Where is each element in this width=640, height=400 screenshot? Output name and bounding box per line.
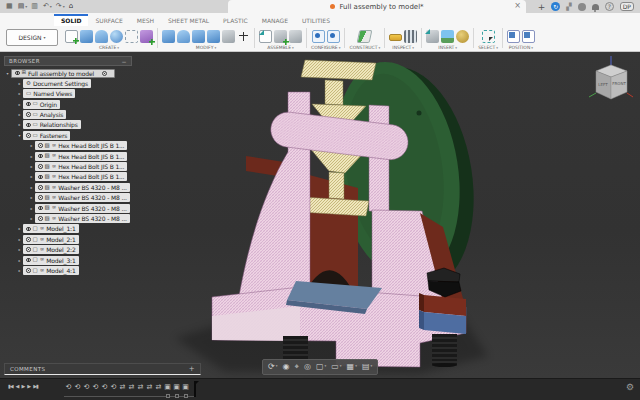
visibility-eye-icon[interactable]: [26, 237, 31, 242]
select-icon[interactable]: [482, 30, 495, 43]
rigid-group-icon[interactable]: ▣: [181, 381, 190, 394]
expand-arrow-icon[interactable]: ▸: [16, 226, 23, 231]
browser-item-model[interactable]: ▸ ▢ ∞ Model_4:1: [16, 265, 164, 275]
save-icon[interactable]: ▥: [31, 3, 39, 10]
view-cube[interactable]: LEFT FRONT: [586, 54, 634, 106]
tab-utilities[interactable]: UTILITIES: [295, 15, 337, 26]
expand-arrow-icon[interactable]: ▾: [4, 71, 11, 76]
expand-arrow-icon[interactable]: ▸: [16, 102, 23, 107]
expand-arrow-icon[interactable]: ▸: [28, 195, 35, 200]
group-marker[interactable]: [184, 394, 188, 398]
look-at-icon[interactable]: ◉: [282, 363, 289, 371]
step-forward-icon[interactable]: ▶: [27, 383, 30, 389]
browser-header[interactable]: BROWSER −: [4, 56, 132, 66]
fillet-icon[interactable]: [177, 30, 190, 43]
configuration-icon[interactable]: [312, 30, 325, 43]
browser-item-named-views[interactable]: ▸ ▭ Named Views: [16, 89, 164, 99]
orbit-icon[interactable]: ⟳▾: [268, 363, 277, 371]
visibility-eye-icon[interactable]: [38, 195, 43, 200]
expand-arrow-icon[interactable]: ▸: [28, 143, 35, 148]
browser-item-bolt[interactable]: ▸ ▧ ∞ Hex Head Bolt JIS B 1...: [28, 162, 164, 172]
browser-item-analysis[interactable]: ▸ ▭ Analysis: [16, 110, 164, 120]
go-to-end-icon[interactable]: ▶▮: [33, 383, 38, 389]
redo-icon[interactable]: ↷▾: [56, 3, 65, 10]
expand-arrow-icon[interactable]: ▸: [16, 268, 23, 273]
canvas-icon[interactable]: [441, 30, 454, 43]
browser-item-washer[interactable]: ▸ ▧ ∞ Washer BS 4320 - M8 ...: [28, 182, 164, 192]
pan-icon[interactable]: ⌖: [294, 363, 299, 371]
browser-item-model[interactable]: ▸ ▢ ∞ Model_2:1: [16, 234, 164, 244]
visibility-eye-icon[interactable]: [26, 268, 31, 273]
undo-icon[interactable]: ↶▾: [43, 3, 52, 10]
visibility-eye-icon[interactable]: [26, 133, 31, 138]
move-copy-icon[interactable]: [237, 30, 250, 43]
viewport[interactable]: LEFT FRONT BROWSER − ▾ ⊞: [0, 52, 640, 378]
add-comment-icon[interactable]: +: [189, 365, 195, 373]
primitive-icon[interactable]: [140, 30, 153, 43]
visibility-eye-icon[interactable]: [38, 143, 43, 148]
browser-item-model[interactable]: ▸ ▢ ∞ Model_3:1: [16, 255, 164, 265]
viewports-icon[interactable]: ▤▾: [362, 363, 372, 371]
visibility-eye-icon[interactable]: [26, 247, 31, 252]
pattern-icon[interactable]: [125, 30, 138, 43]
tab-manage[interactable]: MANAGE: [255, 15, 295, 26]
step-back-icon[interactable]: ◀: [16, 383, 19, 389]
go-to-start-icon[interactable]: ▮◀: [8, 383, 13, 389]
browser-item-relationships[interactable]: ▸ ▭ Relationships: [16, 120, 164, 130]
visibility-eye-icon[interactable]: [26, 112, 31, 117]
browser-item-bolt[interactable]: ▸ ▧ ∞ Hex Head Bolt JIS B 1...: [28, 141, 164, 151]
visibility-eye-icon[interactable]: [38, 154, 43, 159]
as-built-joint-icon[interactable]: ⇄: [127, 381, 136, 394]
as-built-joint-icon[interactable]: ⇄: [118, 381, 127, 394]
timeline-marker[interactable]: [191, 381, 198, 397]
visibility-eye-icon[interactable]: [15, 71, 20, 76]
browser-item-washer[interactable]: ▸ ▧ ∞ Washer BS 4320 - M8 ...: [28, 193, 164, 203]
revolve-icon[interactable]: [95, 30, 108, 43]
measure-icon[interactable]: [389, 34, 402, 41]
help-icon[interactable]: ?: [605, 2, 614, 11]
home-icon[interactable]: ⌂: [69, 3, 74, 10]
expand-arrow-icon[interactable]: ▸: [16, 91, 23, 96]
as-built-joint-icon[interactable]: ⇄: [154, 381, 163, 394]
expand-arrow-icon[interactable]: ▸: [16, 122, 23, 127]
avatar[interactable]: DP: [620, 2, 634, 11]
section-analysis-icon[interactable]: [404, 30, 417, 43]
rigid-group-icon[interactable]: ▣: [163, 381, 172, 394]
joint-icon[interactable]: ⟲: [73, 381, 82, 394]
as-built-joint-icon[interactable]: ⇄: [136, 381, 145, 394]
extrude-icon[interactable]: [80, 30, 93, 43]
browser-item-bolt[interactable]: ▸ ▧ ∞ Hex Head Bolt JIS B 1...: [28, 172, 164, 182]
browser-item-document-settings[interactable]: ▸ ⚙ Document Settings: [16, 78, 164, 88]
expand-arrow-icon[interactable]: ▸: [28, 164, 35, 169]
browser-item-washer[interactable]: ▸ ▧ ∞ Washer BS 4320 - M8 ...: [28, 203, 164, 213]
browser-item-bolt[interactable]: ▸ ▧ ∞ Hex Head Bolt JIS B 1...: [28, 151, 164, 161]
display-settings-icon[interactable]: ▭▾: [331, 363, 341, 371]
new-tab-button[interactable]: +: [538, 2, 546, 12]
document-tab[interactable]: Full assembly to model* ×: [228, 0, 526, 13]
job-status-icon[interactable]: ↻: [551, 2, 560, 11]
app-grid-icon[interactable]: ▦: [6, 3, 14, 10]
tab-sheet-metal[interactable]: SHEET METAL: [161, 15, 216, 26]
play-icon[interactable]: ▶: [21, 383, 24, 389]
close-tab-icon[interactable]: ×: [514, 1, 521, 10]
collapse-browser-icon[interactable]: −: [122, 58, 127, 65]
construction-plane-icon[interactable]: [357, 30, 373, 43]
browser-item-model[interactable]: ▸ ▢ ∞ Model_2:2: [16, 245, 164, 255]
visibility-eye-icon[interactable]: [26, 123, 31, 128]
tab-plastic[interactable]: PLASTIC: [216, 15, 255, 26]
file-menu-icon[interactable]: ▤▾: [18, 3, 28, 10]
expand-arrow-icon[interactable]: ▸: [28, 154, 35, 159]
joint-icon[interactable]: ⟲: [100, 381, 109, 394]
joint-icon[interactable]: ⟲: [82, 381, 91, 394]
joint-icon[interactable]: ⟲: [64, 381, 73, 394]
tab-surface[interactable]: SURFACE: [88, 15, 129, 26]
visibility-eye-icon[interactable]: [26, 227, 31, 232]
configuration-table-icon[interactable]: [327, 30, 340, 43]
browser-item-model[interactable]: ▸ ▢ ∞ Model_1:1: [16, 224, 164, 234]
shell-icon[interactable]: [207, 30, 220, 43]
visibility-eye-icon[interactable]: [26, 258, 31, 263]
group-marker[interactable]: [175, 394, 179, 398]
sweep-icon[interactable]: [110, 30, 123, 43]
visibility-eye-icon[interactable]: [38, 206, 43, 211]
expand-arrow-icon[interactable]: ▸: [28, 216, 35, 221]
